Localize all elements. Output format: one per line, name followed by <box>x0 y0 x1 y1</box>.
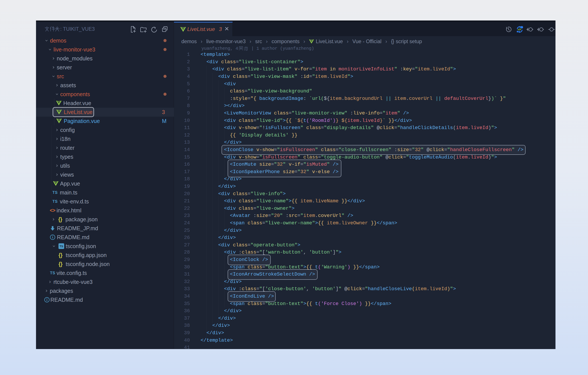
svg-text:diff: diff <box>518 28 521 31</box>
